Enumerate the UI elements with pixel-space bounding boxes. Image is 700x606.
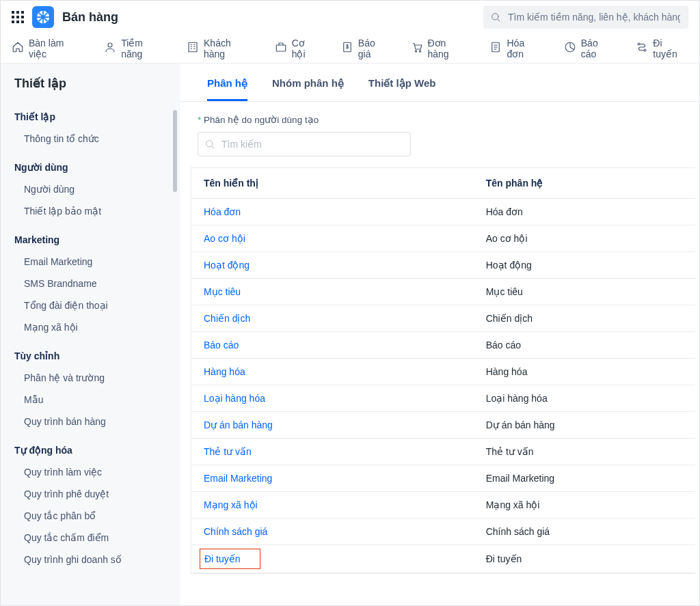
nav-item-3[interactable]: Cơ hội <box>275 38 321 59</box>
svg-point-9 <box>415 51 416 52</box>
cell-text: Chính sách giá <box>204 526 267 537</box>
module-name: Hàng hóa <box>474 359 695 385</box>
module-display-name[interactable]: Mục tiêu <box>191 279 474 305</box>
nav-item-5[interactable]: Đơn hàng <box>411 38 470 59</box>
module-display-name[interactable]: Loại hàng hóa <box>191 385 474 412</box>
cell-text: Báo cáo <box>204 340 239 350</box>
module-search <box>198 132 411 156</box>
module-display-name[interactable]: Báo cáo <box>191 332 474 359</box>
sidebar-item[interactable]: Quy trình bán hàng <box>1 411 180 432</box>
sidebar-item[interactable]: Thông tin tổ chức <box>1 128 180 150</box>
cell-text: Hàng hóa <box>204 366 245 377</box>
table-row: Báo cáoBáo cáo <box>191 332 695 359</box>
module-display-name[interactable]: Email Marketing <box>191 465 474 492</box>
table-row: Hoạt độngHoạt động <box>191 252 695 279</box>
column-header-module: Tên phân hệ <box>474 168 695 199</box>
nav-label: Báo giá <box>358 38 390 59</box>
nav-item-2[interactable]: Khách hàng <box>187 38 254 59</box>
module-display-name[interactable]: Hàng hóa <box>191 359 474 385</box>
table-row: Mạng xã hộiMạng xã hội <box>191 492 695 519</box>
sidebar-item[interactable]: Quy tắc phân bổ <box>1 505 180 527</box>
sidebar-item[interactable]: SMS Brandname <box>1 273 180 294</box>
nav-item-7[interactable]: Báo cáo <box>564 38 616 59</box>
nav-label: Báo cáo <box>581 38 616 59</box>
sidebar-section-label: Người dùng <box>1 156 180 178</box>
module-display-name[interactable]: Chính sách giá <box>191 519 474 545</box>
search-icon <box>204 139 215 150</box>
module-display-name[interactable]: Ao cơ hội <box>191 225 474 252</box>
user-module-note: * Phân hệ do người dùng tạo <box>180 102 699 132</box>
module-search-input[interactable] <box>198 132 411 156</box>
module-display-name[interactable]: Hóa đơn <box>191 199 474 225</box>
settings-sidebar: Thiết lập Thiết lậpThông tin tổ chứcNgườ… <box>1 64 180 605</box>
app-logo[interactable] <box>32 6 54 28</box>
svg-rect-6 <box>276 45 286 51</box>
nav-item-8[interactable]: Đi tuyến <box>636 38 688 59</box>
svg-point-15 <box>206 141 213 147</box>
cell-text: Chiến dịch <box>204 313 250 324</box>
sidebar-item[interactable]: Quy trình phê duyệt <box>1 483 180 505</box>
module-name: Thẻ tư vấn <box>474 439 695 465</box>
nav-item-4[interactable]: $Báo giá <box>341 38 390 59</box>
table-row: Chính sách giáChính sách giá <box>191 519 695 545</box>
global-search-input[interactable] <box>483 5 688 29</box>
column-header-display: Tên hiển thị <box>191 168 474 199</box>
module-name: Chính sách giá <box>474 519 695 545</box>
cell-text: Mục tiêu <box>204 286 241 297</box>
nav-item-6[interactable]: Hóa đơn <box>489 38 543 59</box>
cell-text: Email Marketing <box>204 473 272 484</box>
nav-label: Tiềm năng <box>121 38 166 59</box>
sidebar-section-label: Thiết lập <box>1 106 180 128</box>
module-display-name[interactable]: Thẻ tư vấn <box>191 439 474 465</box>
content-area: Phân hệNhóm phân hệThiết lập Web * Phân … <box>180 64 699 605</box>
module-name: Chiến dịch <box>474 305 695 332</box>
sidebar-item[interactable]: Quy trình làm việc <box>1 461 180 483</box>
nav-item-1[interactable]: Tiềm năng <box>104 38 166 59</box>
sidebar-item[interactable]: Người dùng <box>1 178 180 200</box>
main-nav: Bàn làm việcTiềm năngKhách hàngCơ hội$Bá… <box>1 33 699 64</box>
cell-text: Ao cơ hội <box>204 233 245 244</box>
modules-table: Tên hiển thị Tên phân hệ Hóa đơnHóa đơnA… <box>191 167 695 574</box>
nav-label: Bàn làm việc <box>29 38 83 59</box>
module-display-name[interactable]: Dự án bán hàng <box>191 412 474 439</box>
nav-label: Hóa đơn <box>507 38 543 59</box>
sidebar-section-1: Người dùngNgười dùngThiết lập bảo mật <box>1 156 180 222</box>
apps-menu-icon[interactable] <box>12 11 24 23</box>
scrollbar-thumb[interactable] <box>173 110 177 192</box>
sidebar-section-0: Thiết lậpThông tin tổ chức <box>1 106 180 150</box>
table-row: Dự án bán hàngDự án bán hàng <box>191 412 695 439</box>
module-display-name[interactable]: Hoạt động <box>191 252 474 279</box>
cell-text: Hoạt động <box>204 260 250 271</box>
module-display-name[interactable]: Mạng xã hội <box>191 492 474 519</box>
nav-label: Khách hàng <box>204 38 254 59</box>
module-name: Loại hàng hóa <box>474 385 695 412</box>
sidebar-section-label: Marketing <box>1 229 180 251</box>
module-name: Mạng xã hội <box>474 492 695 519</box>
content-tabs: Phân hệNhóm phân hệThiết lập Web <box>180 64 699 102</box>
tab-1[interactable]: Nhóm phân hệ <box>272 77 344 101</box>
search-icon <box>490 12 501 23</box>
sidebar-item[interactable]: Mạng xã hội <box>1 316 180 338</box>
sidebar-item[interactable]: Tổng đài điện thoại <box>1 294 180 316</box>
tab-0[interactable]: Phân hệ <box>207 77 247 101</box>
svg-rect-5 <box>189 42 197 52</box>
svg-line-16 <box>212 146 214 148</box>
home-icon <box>12 41 24 55</box>
sidebar-item[interactable]: Email Marketing <box>1 251 180 273</box>
global-search <box>483 5 688 29</box>
module-name: Báo cáo <box>474 332 695 359</box>
route-icon <box>636 41 648 55</box>
sidebar-item[interactable]: Quy trình ghi doanh số <box>1 549 180 570</box>
module-display-name[interactable]: Chiến dịch <box>191 305 474 332</box>
table-row: Đi tuyếnĐi tuyến <box>191 545 695 573</box>
module-name: Dự án bán hàng <box>474 412 695 439</box>
module-name: Hoạt động <box>474 252 695 279</box>
sidebar-item[interactable]: Phân hệ và trường <box>1 367 180 389</box>
sidebar-item[interactable]: Quy tắc chấm điểm <box>1 527 180 549</box>
briefcase-icon <box>275 41 287 55</box>
sidebar-item[interactable]: Mẫu <box>1 389 180 411</box>
sidebar-item[interactable]: Thiết lập bảo mật <box>1 200 180 222</box>
module-display-name[interactable]: Đi tuyến <box>191 545 474 573</box>
nav-item-0[interactable]: Bàn làm việc <box>12 38 83 59</box>
tab-2[interactable]: Thiết lập Web <box>368 77 436 101</box>
